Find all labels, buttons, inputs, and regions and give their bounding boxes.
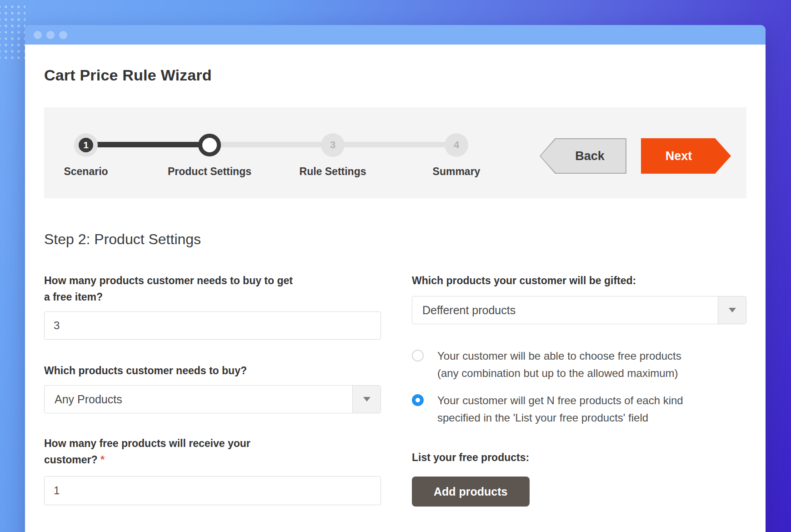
required-asterisk: * [100,454,105,466]
step-label: Scenario [31,166,140,178]
free-qty-label: How many free products will receive your… [44,435,381,468]
free-products-list-label: List your free products: [412,449,746,466]
form-column-left: How many products customer needs to buy … [44,272,381,507]
product-settings-form: How many products customer needs to buy … [44,272,746,507]
window-control-dot [59,31,67,39]
window-content: Cart Price Rule Wizard 1 Scenario Produc… [25,45,766,507]
radio-option-text: Your customer will be able to choose fre… [437,347,681,382]
form-column-right: Which products your customer will be gif… [412,272,746,507]
step-label: Rule Settings [278,166,387,178]
radio-option-n-free-products[interactable]: Your customer will get N free products o… [412,392,746,427]
step-circle-current [198,134,221,156]
step-circle: 3 [321,133,345,157]
step-circle: 1 [74,133,98,157]
app-window: Cart Price Rule Wizard 1 Scenario Produc… [25,25,766,532]
gifted-products-select-value: Defferent products [412,296,718,324]
gifted-products-label: Which products your customer will be gif… [412,272,746,289]
buy-qty-label: How many products customer needs to buy … [44,272,381,305]
buy-products-select[interactable]: Any Products [44,385,381,413]
stepper-connector [210,142,333,147]
step-number: 1 [79,138,93,152]
stepper-connector [333,142,456,147]
step-heading: Step 2: Product Settings [44,231,746,248]
stepper-connector-completed [86,142,210,147]
buy-products-select-value: Any Products [45,386,352,413]
chevron-down-icon[interactable] [718,296,746,324]
free-qty-input[interactable] [44,476,381,505]
radio-checked-icon[interactable] [412,394,424,406]
step-label: Product Settings [155,166,264,178]
back-button-shape: Back [540,138,626,174]
buy-products-label: Which products customer needs to buy? [44,362,381,379]
window-control-dot [34,31,42,39]
buy-qty-input[interactable] [44,311,381,340]
page-title: Cart Price Rule Wizard [44,66,746,84]
next-button-label: Next [666,149,692,163]
step-label: Summary [402,166,511,178]
add-products-button[interactable]: Add products [412,477,530,507]
window-titlebar [25,25,766,45]
back-button-label: Back [541,139,626,173]
background-dots-pattern [0,4,25,63]
radio-option-text: Your customer will get N free products o… [437,392,683,427]
radio-unchecked-icon[interactable] [412,350,424,361]
wizard-stepper-panel: 1 Scenario Product Settings 3 Rule Setti… [44,107,746,198]
chevron-down-icon[interactable] [352,386,380,413]
step-circle: 4 [445,133,468,157]
back-button[interactable]: Back [540,138,626,174]
next-button[interactable]: Next [641,138,731,174]
radio-option-choose-free-products[interactable]: Your customer will be able to choose fre… [412,347,746,382]
window-control-dot [46,31,55,39]
gifted-products-select[interactable]: Defferent products [412,296,746,324]
